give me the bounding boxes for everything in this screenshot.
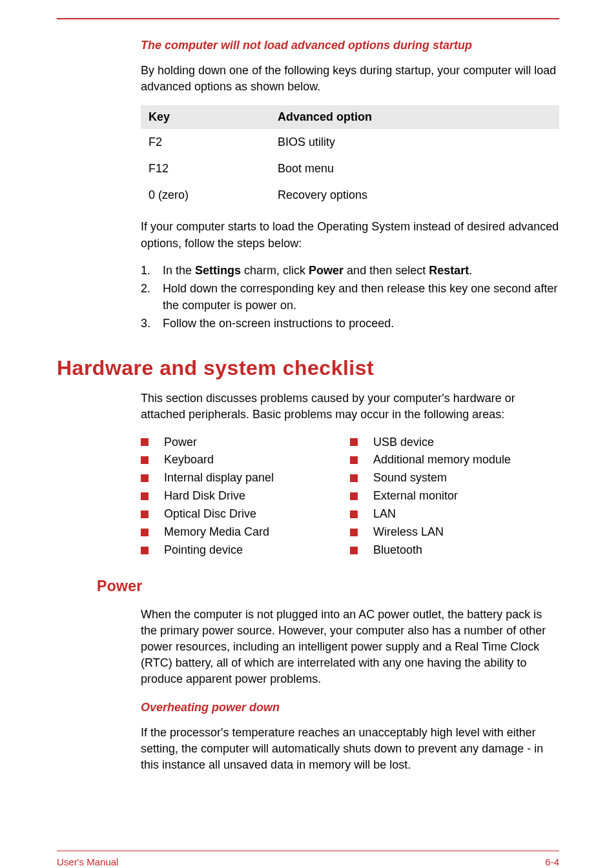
step-text-part: charm, click: [241, 264, 309, 277]
item-label: Sound system: [373, 469, 447, 487]
list-item: USB device: [350, 434, 559, 452]
cell-key: 0 (zero): [149, 188, 278, 202]
item-label: Hard Disk Drive: [164, 487, 245, 505]
bullet-icon: [350, 547, 358, 554]
startup-intro-text: By holding down one of the following key…: [141, 63, 559, 95]
list-item: Keyboard: [141, 451, 350, 469]
item-label: Optical Disc Drive: [164, 505, 256, 523]
bullet-icon: [141, 547, 149, 554]
power-paragraph: When the computer is not plugged into an…: [141, 607, 559, 688]
list-item: Bluetooth: [350, 541, 559, 560]
overheating-heading: Overheating power down: [141, 701, 559, 714]
step-bold: Power: [309, 264, 344, 277]
table-header-row: Key Advanced option: [141, 105, 559, 129]
cell-key: F12: [149, 162, 278, 176]
steps-list: 1. In the Settings charm, click Power an…: [141, 262, 559, 332]
step-number: 3.: [141, 315, 163, 332]
step-text: Hold down the corresponding key and then…: [163, 280, 559, 314]
step-bold: Settings: [195, 264, 241, 277]
item-label: Power: [164, 434, 197, 452]
bullet-icon: [141, 474, 149, 482]
list-item: LAN: [350, 505, 559, 523]
table-row: F2 BIOS utility: [141, 129, 559, 156]
list-item: Sound system: [350, 469, 559, 487]
list-item: Wireless LAN: [350, 523, 559, 541]
item-label: Memory Media Card: [164, 523, 269, 541]
bullet-icon: [350, 474, 358, 482]
step-text-part: In the: [163, 264, 195, 277]
table-row: 0 (zero) Recovery options: [141, 182, 559, 208]
footer-right: 6-4: [545, 856, 559, 867]
bullet-icon: [141, 510, 149, 518]
item-label: LAN: [373, 505, 396, 523]
bullet-icon: [350, 510, 358, 518]
step-text-part: .: [469, 264, 472, 277]
item-label: Wireless LAN: [373, 523, 444, 541]
list-item: Pointing device: [141, 541, 350, 560]
bullet-icon: [350, 438, 358, 446]
footer-left: User's Manual: [57, 856, 118, 867]
bullet-icon: [141, 529, 149, 536]
bullet-icon: [141, 438, 149, 446]
table-row: F12 Boot menu: [141, 156, 559, 182]
overheating-paragraph: If the processor's temperature reaches a…: [141, 725, 559, 774]
hardware-intro-text: This section discusses problems caused b…: [141, 390, 559, 423]
bullet-icon: [141, 456, 149, 464]
cell-option: Boot menu: [278, 162, 551, 176]
top-divider: [57, 18, 559, 19]
cell-option: Recovery options: [278, 188, 551, 202]
header-option: Advanced option: [278, 110, 551, 124]
list-item: 1. In the Settings charm, click Power an…: [141, 262, 559, 279]
power-heading: Power: [97, 578, 559, 595]
item-label: Bluetooth: [373, 541, 422, 560]
item-label: Pointing device: [164, 541, 243, 560]
right-list: USB device Additional memory module Soun…: [350, 434, 559, 560]
list-item: External monitor: [350, 487, 559, 505]
list-item: 2. Hold down the corresponding key and t…: [141, 280, 559, 314]
cell-key: F2: [149, 136, 278, 149]
step-bold: Restart: [429, 264, 469, 277]
hardware-areas-lists: Power Keyboard Internal display panel Ha…: [141, 434, 559, 560]
page-footer: User's Manual 6-4: [57, 851, 559, 867]
item-label: Additional memory module: [373, 451, 511, 469]
list-item: Power: [141, 434, 350, 452]
step-number: 1.: [141, 262, 163, 279]
left-list: Power Keyboard Internal display panel Ha…: [141, 434, 350, 560]
step-text: In the Settings charm, click Power and t…: [163, 262, 559, 279]
list-item: 3. Follow the on-screen instructions to …: [141, 315, 559, 332]
list-item: Memory Media Card: [141, 523, 350, 541]
item-label: Internal display panel: [164, 469, 274, 487]
bullet-icon: [141, 492, 149, 500]
startup-options-heading: The computer will not load advanced opti…: [141, 39, 559, 52]
item-label: USB device: [373, 434, 434, 452]
list-item: Optical Disc Drive: [141, 505, 350, 523]
header-key: Key: [149, 110, 278, 124]
item-label: External monitor: [373, 487, 458, 505]
list-item: Hard Disk Drive: [141, 487, 350, 505]
bullet-icon: [350, 456, 358, 464]
after-table-text: If your computer starts to load the Oper…: [141, 219, 559, 251]
cell-option: BIOS utility: [278, 136, 551, 149]
list-item: Additional memory module: [350, 451, 559, 469]
step-text-part: and then select: [344, 264, 429, 277]
bullet-icon: [350, 492, 358, 500]
key-table: Key Advanced option F2 BIOS utility F12 …: [141, 105, 559, 208]
bullet-icon: [350, 529, 358, 536]
item-label: Keyboard: [164, 451, 214, 469]
step-text: Follow the on-screen instructions to pro…: [163, 315, 559, 332]
step-number: 2.: [141, 280, 163, 314]
hardware-checklist-heading: Hardware and system checklist: [57, 356, 559, 380]
list-item: Internal display panel: [141, 469, 350, 487]
